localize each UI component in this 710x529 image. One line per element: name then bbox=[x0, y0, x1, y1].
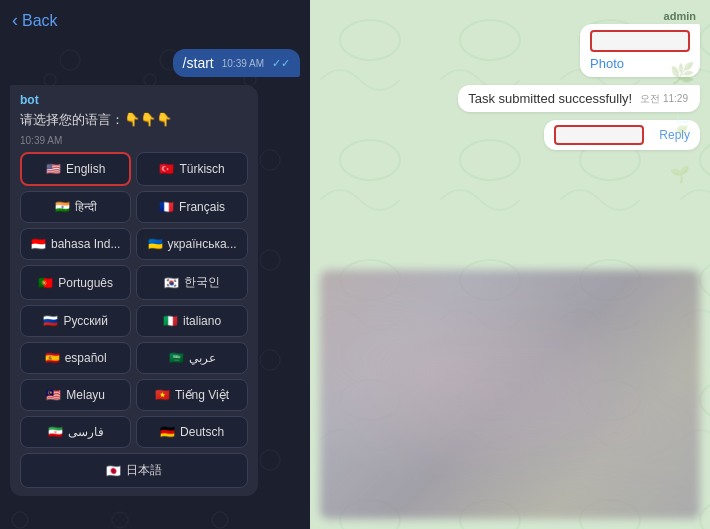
lang-label-english: English bbox=[66, 162, 105, 176]
back-label: Back bbox=[22, 12, 58, 30]
lang-btn-english[interactable]: 🇺🇸 English bbox=[20, 152, 131, 186]
flag-tr: 🇹🇷 bbox=[159, 162, 174, 176]
lang-label-korean: 한국인 bbox=[184, 274, 220, 291]
lang-label-portuguese: Português bbox=[58, 276, 113, 290]
flag-pt: 🇵🇹 bbox=[38, 276, 53, 290]
right-chat-panel: admin Photo Task submitted successfully!… bbox=[310, 0, 710, 529]
right-messages-area: admin Photo Task submitted successfully!… bbox=[310, 0, 710, 270]
photo-link[interactable]: Photo bbox=[590, 56, 690, 71]
lang-label-hindi: हिन्दी bbox=[75, 200, 97, 214]
bot-name-label: bot bbox=[20, 93, 248, 107]
messages-area: /start 10:39 AM ✓✓ bot 请选择您的语言：👇👇👇 10:39… bbox=[0, 41, 310, 529]
lang-btn-japanese[interactable]: 🇯🇵 日本語 bbox=[20, 453, 248, 488]
top-bar: ‹ Back bbox=[0, 0, 310, 41]
blurred-image-area bbox=[320, 270, 700, 520]
lang-btn-turkish[interactable]: 🇹🇷 Türkisch bbox=[136, 152, 247, 186]
reply-bubble: Reply bbox=[544, 120, 700, 150]
lang-label-japanese: 日本語 bbox=[126, 462, 162, 479]
flag-fr: 🇫🇷 bbox=[159, 200, 174, 214]
lang-label-french: Français bbox=[179, 200, 225, 214]
lang-btn-vietnamese[interactable]: 🇻🇳 Tiếng Việt bbox=[136, 379, 247, 411]
reply-input-field[interactable] bbox=[554, 125, 644, 145]
flag-us: 🇺🇸 bbox=[46, 162, 61, 176]
admin-label: admin bbox=[664, 10, 696, 22]
start-message-time: 10:39 AM bbox=[222, 58, 264, 69]
admin-message-bubble: Photo bbox=[580, 24, 700, 77]
lang-label-vietnamese: Tiếng Việt bbox=[175, 388, 229, 402]
lang-label-farsi: فارسی bbox=[68, 425, 104, 439]
back-arrow-icon: ‹ bbox=[12, 10, 18, 31]
lang-btn-german[interactable]: 🇩🇪 Deutsch bbox=[136, 416, 247, 448]
flag-es: 🇪🇸 bbox=[45, 351, 60, 365]
flag-jp: 🇯🇵 bbox=[106, 464, 121, 478]
lang-btn-ukrainian[interactable]: 🇺🇦 українська... bbox=[136, 228, 247, 260]
flag-sa: 🇸🇦 bbox=[169, 351, 184, 365]
flag-ru: 🇷🇺 bbox=[43, 314, 58, 328]
lang-label-turkish: Türkisch bbox=[179, 162, 224, 176]
lang-label-arabic: عربي bbox=[189, 351, 216, 365]
flag-in: 🇮🇳 bbox=[55, 200, 70, 214]
lang-btn-italian[interactable]: 🇮🇹 italiano bbox=[136, 305, 247, 337]
lang-btn-korean[interactable]: 🇰🇷 한국인 bbox=[136, 265, 247, 300]
lang-btn-russian[interactable]: 🇷🇺 Русский bbox=[20, 305, 131, 337]
flag-kr: 🇰🇷 bbox=[164, 276, 179, 290]
lang-label-ukrainian: українська... bbox=[168, 237, 237, 251]
reply-label[interactable]: Reply bbox=[659, 128, 690, 142]
message-check-icon: ✓✓ bbox=[272, 57, 290, 70]
lang-btn-arabic[interactable]: 🇸🇦 عربي bbox=[136, 342, 247, 374]
lang-label-italian: italiano bbox=[183, 314, 221, 328]
lang-btn-portuguese[interactable]: 🇵🇹 Português bbox=[20, 265, 131, 300]
start-message-text: /start bbox=[183, 55, 214, 71]
reply-section: Reply bbox=[544, 120, 700, 150]
flag-ir: 🇮🇷 bbox=[48, 425, 63, 439]
lang-label-russian: Русский bbox=[63, 314, 108, 328]
bot-message-text: 请选择您的语言：👇👇👇 bbox=[20, 111, 248, 129]
lang-label-german: Deutsch bbox=[180, 425, 224, 439]
flag-vn: 🇻🇳 bbox=[155, 388, 170, 402]
lang-btn-malay[interactable]: 🇲🇾 Melayu bbox=[20, 379, 131, 411]
start-message-bubble: /start 10:39 AM ✓✓ bbox=[173, 49, 300, 77]
task-submitted-bubble: Task submitted successfully! 오전 11:29 bbox=[458, 85, 700, 112]
bot-message-bubble: bot 请选择您的语言：👇👇👇 10:39 AM 🇺🇸 English 🇹🇷 T… bbox=[10, 85, 258, 496]
admin-input-field[interactable] bbox=[590, 30, 690, 52]
flag-de: 🇩🇪 bbox=[160, 425, 175, 439]
task-submitted-text: Task submitted successfully! bbox=[468, 91, 632, 106]
flag-id: 🇮🇩 bbox=[31, 237, 46, 251]
lang-btn-indonesian[interactable]: 🇮🇩 bahasa Ind... bbox=[20, 228, 131, 260]
lang-btn-hindi[interactable]: 🇮🇳 हिन्दी bbox=[20, 191, 131, 223]
lang-btn-farsi[interactable]: 🇮🇷 فارسی bbox=[20, 416, 131, 448]
flag-it: 🇮🇹 bbox=[163, 314, 178, 328]
flag-ua: 🇺🇦 bbox=[148, 237, 163, 251]
back-button[interactable]: ‹ Back bbox=[12, 10, 58, 31]
task-submitted-time: 오전 11:29 bbox=[640, 92, 688, 106]
lang-label-indonesian: bahasa Ind... bbox=[51, 237, 120, 251]
bot-message-time: 10:39 AM bbox=[20, 135, 248, 146]
admin-message-wrap: admin Photo bbox=[580, 10, 700, 77]
lang-label-spanish: español bbox=[65, 351, 107, 365]
left-chat-panel: ‹ Back /start 10:39 AM ✓✓ bot 请选择您的语言：👇👇… bbox=[0, 0, 310, 529]
language-grid: 🇺🇸 English 🇹🇷 Türkisch 🇮🇳 हिन्दी 🇫🇷 Fran… bbox=[20, 152, 248, 488]
lang-btn-spanish[interactable]: 🇪🇸 español bbox=[20, 342, 131, 374]
task-submitted-wrap: Task submitted successfully! 오전 11:29 bbox=[458, 85, 700, 112]
lang-btn-french[interactable]: 🇫🇷 Français bbox=[136, 191, 247, 223]
flag-my: 🇲🇾 bbox=[46, 388, 61, 402]
lang-label-malay: Melayu bbox=[66, 388, 105, 402]
